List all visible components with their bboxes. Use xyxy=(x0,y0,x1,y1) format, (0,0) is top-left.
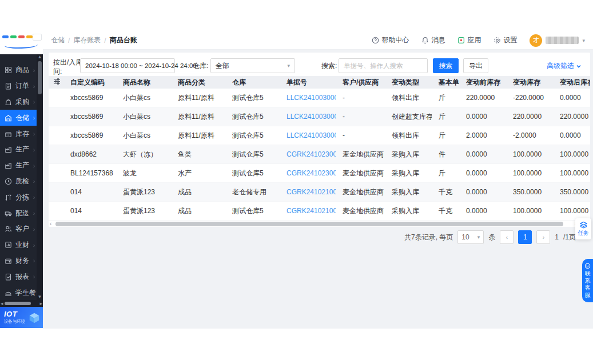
cell-warehouse: 测试仓库5 xyxy=(225,112,280,122)
column-header-10: 变动库存 xyxy=(506,78,553,87)
cell-type: 采购入库 xyxy=(385,150,432,159)
doc-number-link[interactable]: CGRK24102100001 xyxy=(280,207,336,215)
settings-button[interactable]: 设置 xyxy=(493,35,517,45)
column-header-1: 自定义编码 xyxy=(63,78,116,87)
main-content: 按出/入库时间: 2024-10-18 00:00 ~ 2024-10-24 2… xyxy=(43,50,593,329)
cell-change: 100.0000 xyxy=(506,169,553,177)
cell-code: dxd8662 xyxy=(63,150,116,158)
sidebar-item-配送[interactable]: 配送› xyxy=(0,205,37,221)
iot-banner[interactable]: IOT 设备与环境 xyxy=(0,307,43,328)
doc-number-link[interactable]: CGRK24102100002 xyxy=(280,188,336,196)
table-horizontal-scrollbar[interactable]: ‹ › xyxy=(49,222,590,227)
table-row[interactable]: 014蛋黄派123成品老仓储专用CGRK24102100002麦金地供应商采购入… xyxy=(49,183,590,202)
sidebar-item-生产[interactable]: 生产› xyxy=(0,158,37,174)
sidebar-item-库存[interactable]: 库存› xyxy=(0,126,37,142)
cell-change: 100.0000 xyxy=(506,150,553,158)
table-row[interactable]: xbccs5869小白菜cs原料11/原料测试仓库5LLCK2410030000… xyxy=(49,107,590,126)
user-menu[interactable]: 才 ▾ xyxy=(530,34,585,47)
sidebar-item-label: 报表 xyxy=(15,272,29,282)
layers-icon xyxy=(580,221,587,229)
sidebar-item-订单[interactable]: 订单› xyxy=(0,78,37,94)
doc-number-link[interactable]: LLCK24100300001 xyxy=(280,94,336,102)
scroll-right-icon[interactable]: ▸ xyxy=(39,300,42,307)
doc-number-link[interactable]: CGRK24102300001 xyxy=(280,169,336,177)
customer-service-button[interactable]: 联系客服 xyxy=(582,259,593,302)
doc-number-link[interactable]: LLCK24100300001 xyxy=(280,113,336,121)
task-float-button[interactable]: 任务 xyxy=(575,218,591,239)
sidebar-vscroll-thumb[interactable] xyxy=(38,61,42,94)
sorting-icon xyxy=(5,193,13,201)
cell-code: BL124157368 xyxy=(63,169,116,177)
sidebar-item-报表[interactable]: 报表› xyxy=(0,269,37,285)
bell-icon xyxy=(421,37,429,44)
cell-after: 100.0000 xyxy=(553,207,590,215)
page-jump-value[interactable]: 1 xyxy=(555,233,559,241)
cell-name: 蛋黄派123 xyxy=(116,187,171,197)
doc-number-link[interactable]: LLCK24100300001 xyxy=(280,131,336,139)
advanced-filter-toggle[interactable]: 高级筛选 xyxy=(547,61,582,71)
export-button[interactable]: 导出 xyxy=(463,58,488,73)
sidebar-horizontal-scrollbar[interactable]: ◂ ▸ xyxy=(0,300,43,307)
sidebar-item-商品[interactable]: 商品› xyxy=(0,62,37,78)
messages-button[interactable]: 消息 xyxy=(421,35,445,45)
sidebar-vertical-scrollbar[interactable]: ▲ ▼ xyxy=(37,54,43,300)
sidebar-item-生产[interactable]: 生产› xyxy=(0,142,37,158)
meal-icon xyxy=(5,289,13,297)
column-header-2: 商品名称 xyxy=(116,78,171,87)
date-range-input[interactable]: 2024-10-18 00:00 ~ 2024-10-24 24:00 xyxy=(80,58,175,73)
doc-number-link[interactable]: CGRK24102300001 xyxy=(280,150,336,158)
cell-name: 蛋黄派123 xyxy=(116,206,171,216)
apps-button[interactable]: 应用 xyxy=(457,35,481,45)
sidebar-item-分拣[interactable]: 分拣› xyxy=(0,189,37,205)
sidebar-item-采购[interactable]: 采购› xyxy=(0,94,37,110)
warehouse-selected-value: 全部 xyxy=(216,61,229,71)
cell-type: 采购入库 xyxy=(385,169,432,178)
cell-change: 100.0000 xyxy=(506,207,553,215)
cell-after: 220.0000 xyxy=(553,113,590,121)
table-row[interactable]: xbccs5869小白菜cs原料11/原料测试仓库5LLCK2410030000… xyxy=(49,89,590,107)
scroll-down-icon[interactable]: ▼ xyxy=(37,294,43,300)
search-button[interactable]: 搜索 xyxy=(433,58,459,73)
cell-unit: 千克 xyxy=(432,187,459,197)
current-page-button[interactable]: 1 xyxy=(518,230,532,244)
table-row[interactable]: 014蛋黄派123成品测试仓库5CGRK24102100001麦金地供应商采购入… xyxy=(49,202,590,221)
cell-category: 水产 xyxy=(171,169,225,178)
cell-category: 鱼类 xyxy=(171,150,225,159)
sidebar-hscroll-thumb[interactable] xyxy=(5,302,31,305)
chevron-down-icon: ▾ xyxy=(477,234,480,240)
search-placeholder: 单据号、操作人搜索 xyxy=(344,62,403,70)
sidebar-item-label: 采购 xyxy=(15,97,29,107)
sidebar-item-质检[interactable]: 质检› xyxy=(0,174,37,190)
sidebar-item-label: 生产 xyxy=(15,161,29,170)
search-input[interactable]: 单据号、操作人搜索 xyxy=(339,58,428,73)
cell-partner: 麦金地供应商 xyxy=(336,169,385,178)
table-row[interactable]: BL124157368波龙水产测试仓库5CGRK24102300001麦金地供应… xyxy=(49,164,590,183)
next-page-button[interactable]: › xyxy=(536,230,550,244)
help-icon xyxy=(372,37,379,44)
scroll-left-icon[interactable]: ‹ xyxy=(50,221,51,227)
sidebar-item-学生餐[interactable]: 学生餐› xyxy=(0,285,37,301)
breadcrumb-inventory-report[interactable]: 库存账表 xyxy=(73,35,101,45)
cell-name: 小白菜cs xyxy=(116,112,171,122)
sidebar-item-业财[interactable]: 业财› xyxy=(0,237,37,253)
sidebar-item-仓储[interactable]: 仓储› xyxy=(0,110,37,126)
page-size-select[interactable]: 10 ▾ xyxy=(457,230,484,244)
breadcrumb-warehouse[interactable]: 仓储 xyxy=(51,35,65,45)
cell-after: 350.0000 xyxy=(553,188,590,196)
cell-change: -220.0000 xyxy=(506,94,553,102)
sidebar-item-财务[interactable]: 财务› xyxy=(0,253,37,269)
column-header-11: 变动后库存 xyxy=(553,78,590,87)
prev-page-button[interactable]: ‹ xyxy=(500,230,514,244)
help-center-button[interactable]: 帮助中心 xyxy=(372,35,409,45)
warehouse-select[interactable]: 全部 ▾ xyxy=(210,58,295,73)
logo-color-bars xyxy=(2,35,33,38)
cell-name: 小白菜cs xyxy=(116,131,171,141)
table-row[interactable]: xbccs5869小白菜cs原料11/原料测试仓库5LLCK2410030000… xyxy=(49,126,590,145)
column-settings-button[interactable] xyxy=(49,78,63,87)
table-row[interactable]: dxd8662大虾（冻）鱼类测试仓库5CGRK24102300001麦金地供应商… xyxy=(49,145,590,164)
scroll-left-icon[interactable]: ◂ xyxy=(1,300,3,307)
sidebar-item-客户[interactable]: 客户› xyxy=(0,221,37,237)
search-label: 搜索: xyxy=(321,61,337,70)
scroll-up-icon[interactable]: ▲ xyxy=(37,54,43,60)
table-hscroll-thumb[interactable] xyxy=(55,222,563,226)
